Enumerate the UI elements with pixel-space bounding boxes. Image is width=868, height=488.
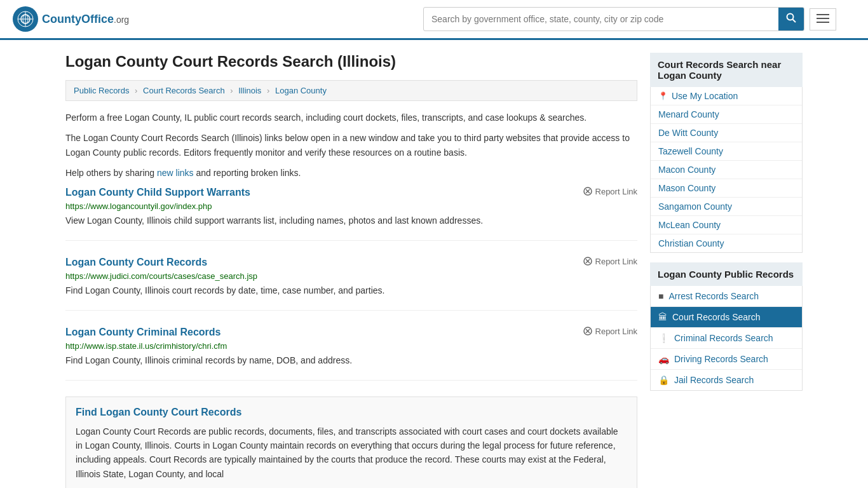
record-header: Logan County Criminal Records Report Lin…: [65, 327, 637, 338]
breadcrumb: Public Records › Court Records Search › …: [65, 80, 637, 101]
breadcrumb-court-records[interactable]: Court Records Search: [143, 86, 225, 95]
new-links[interactable]: new links: [157, 168, 194, 178]
record-item: Logan County Criminal Records Report Lin…: [65, 327, 637, 381]
report-label: Report Link: [595, 327, 637, 336]
county-link[interactable]: McLean County: [658, 220, 721, 230]
record-item: Logan County Child Support Warrants Repo…: [65, 187, 637, 241]
breadcrumb-illinois[interactable]: Illinois: [238, 86, 261, 95]
record-url: http://www.isp.state.il.us/crimhistory/c…: [65, 341, 637, 351]
find-section: Find Logan County Court Records Logan Co…: [65, 396, 637, 488]
breadcrumb-logan-county[interactable]: Logan County: [275, 86, 327, 95]
search-box: [423, 7, 804, 31]
county-link[interactable]: Christian County: [658, 238, 724, 248]
record-title: Logan County Court Records: [65, 257, 207, 268]
record-type-label: Jail Records Search: [674, 375, 754, 385]
nearby-item: Christian County: [651, 234, 802, 252]
svg-point-5: [787, 14, 794, 20]
county-link[interactable]: Menard County: [658, 109, 719, 119]
public-records-list: ■ Arrest Records Search 🏛 Court Records …: [650, 286, 803, 391]
public-record-link[interactable]: 🔒 Jail Records Search: [651, 370, 802, 390]
nearby-item: McLean County: [651, 216, 802, 234]
header: CountyOffice.org: [0, 0, 868, 40]
search-input[interactable]: [424, 9, 778, 29]
svg-rect-9: [817, 22, 829, 23]
search-button[interactable]: [778, 8, 804, 30]
record-url: https://www.judici.com/courts/cases/case…: [65, 271, 637, 281]
svg-rect-7: [817, 14, 829, 15]
sidebar: Court Records Search near Logan County 📍…: [650, 53, 803, 488]
nearby-title: Court Records Search near Logan County: [650, 53, 803, 87]
nearby-item: Menard County: [651, 105, 802, 124]
nearby-item: Macon County: [651, 161, 802, 179]
public-record-item[interactable]: 🚗 Driving Records Search: [651, 349, 802, 370]
public-records-title: Logan County Public Records: [650, 262, 803, 286]
nearby-item: Sangamon County: [651, 198, 802, 216]
public-record-link[interactable]: 🏛 Court Records Search: [651, 307, 802, 327]
county-link[interactable]: Macon County: [658, 165, 715, 175]
svg-line-6: [793, 20, 796, 23]
record-title: Logan County Child Support Warrants: [65, 187, 250, 198]
record-header: Logan County Child Support Warrants Repo…: [65, 187, 637, 198]
report-link[interactable]: Report Link: [583, 187, 637, 196]
county-link[interactable]: Tazewell County: [658, 146, 723, 156]
public-record-link[interactable]: 🚗 Driving Records Search: [651, 349, 802, 369]
record-type-label: Court Records Search: [672, 312, 761, 322]
logo-text: CountyOffice.org: [42, 13, 129, 26]
breadcrumb-sep-1: ›: [135, 86, 137, 95]
desc3-pre: Help others by sharing: [65, 168, 157, 178]
logo-area: CountyOffice.org: [13, 6, 129, 32]
record-description: Find Logan County, Illinois criminal rec…: [65, 354, 637, 367]
report-label: Report Link: [595, 187, 637, 196]
public-records-section: Logan County Public Records ■ Arrest Rec…: [650, 262, 803, 391]
report-link[interactable]: Report Link: [583, 327, 637, 336]
location-label: Use My Location: [672, 91, 738, 101]
record-type-icon: 🔒: [658, 375, 669, 385]
record-item: Logan County Court Records Report Link h…: [65, 257, 637, 311]
description-2: The Logan County Court Records Search (I…: [65, 131, 637, 159]
record-type-label: Criminal Records Search: [674, 333, 773, 343]
record-type-label: Driving Records Search: [674, 354, 768, 364]
description-1: Perform a free Logan County, IL public c…: [65, 111, 637, 125]
record-type-label: Arrest Records Search: [668, 291, 759, 301]
breadcrumb-sep-2: ›: [230, 86, 233, 95]
record-link[interactable]: Logan County Child Support Warrants: [65, 187, 250, 198]
nearby-list: 📍 Use My Location Menard CountyDe Witt C…: [650, 87, 803, 253]
nearby-section: Court Records Search near Logan County 📍…: [650, 53, 803, 253]
nearby-item: 📍 Use My Location: [651, 87, 802, 105]
desc3-post: and reporting broken links.: [194, 168, 301, 178]
menu-button[interactable]: [810, 8, 836, 30]
record-header: Logan County Court Records Report Link: [65, 257, 637, 268]
report-link[interactable]: Report Link: [583, 257, 637, 266]
use-my-location[interactable]: 📍 Use My Location: [658, 91, 794, 101]
county-link[interactable]: Mason County: [658, 183, 715, 193]
public-record-link[interactable]: ■ Arrest Records Search: [651, 286, 802, 306]
public-record-item[interactable]: 🔒 Jail Records Search: [651, 370, 802, 390]
find-section-text: Logan County Court Records are public re…: [76, 424, 627, 482]
report-label: Report Link: [595, 257, 637, 266]
svg-rect-8: [817, 18, 829, 19]
public-record-item[interactable]: ❕ Criminal Records Search: [651, 328, 802, 349]
public-record-link[interactable]: ❕ Criminal Records Search: [651, 328, 802, 348]
record-title: Logan County Criminal Records: [65, 327, 220, 338]
public-record-item[interactable]: 🏛 Court Records Search: [651, 307, 802, 328]
description-3: Help others by sharing new links and rep…: [65, 166, 637, 180]
breadcrumb-sep-3: ›: [267, 86, 269, 95]
county-link[interactable]: Sangamon County: [658, 201, 732, 212]
county-link[interactable]: De Witt County: [658, 128, 718, 138]
records-container: Logan County Child Support Warrants Repo…: [65, 187, 637, 381]
record-type-icon: ❕: [658, 333, 669, 343]
nearby-item: De Witt County: [651, 124, 802, 142]
public-record-item[interactable]: ■ Arrest Records Search: [651, 286, 802, 307]
record-type-icon: ■: [658, 291, 663, 301]
main-container: Logan County Court Records Search (Illin…: [53, 40, 815, 488]
record-link[interactable]: Logan County Criminal Records: [65, 327, 220, 337]
record-link[interactable]: Logan County Court Records: [65, 257, 207, 268]
record-type-icon: 🏛: [658, 312, 667, 322]
logo-icon: [13, 6, 38, 32]
nearby-item: Mason County: [651, 179, 802, 198]
breadcrumb-public-records[interactable]: Public Records: [74, 86, 129, 95]
record-type-icon: 🚗: [658, 354, 669, 364]
location-pin-icon: 📍: [658, 92, 668, 100]
nearby-item: Tazewell County: [651, 142, 802, 161]
record-description: View Logan County, Illinois child suppor…: [65, 214, 637, 227]
